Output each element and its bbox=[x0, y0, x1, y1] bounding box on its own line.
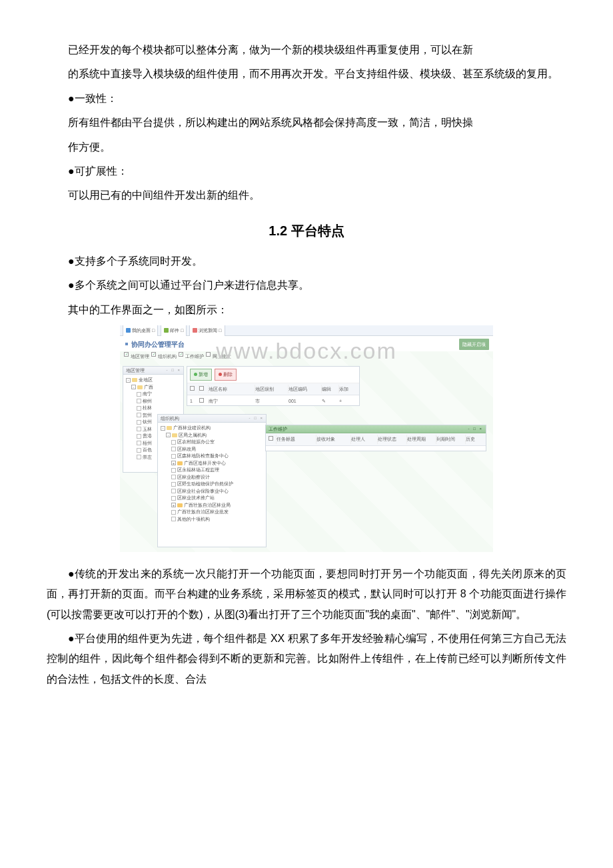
news-icon bbox=[193, 328, 197, 333]
paragraph: ●传统的开发出来的系统一次只能打开一个功能页面，要想同时打开另一个功能页面，得先… bbox=[47, 564, 566, 625]
row-checkbox[interactable] bbox=[199, 397, 209, 405]
tree-leaf[interactable]: 桂林 bbox=[126, 405, 181, 412]
table-row[interactable]: 1 南宁 市 001 ✎ + bbox=[187, 395, 359, 407]
tree-leaf[interactable]: 区林政局 bbox=[161, 446, 263, 453]
folder-icon bbox=[177, 461, 183, 465]
file-icon bbox=[137, 427, 141, 431]
mail-icon bbox=[164, 328, 169, 333]
file-icon bbox=[171, 468, 176, 473]
col-header: 到期时间 bbox=[436, 435, 466, 443]
tab-desktop[interactable]: 我的桌面 □ bbox=[123, 325, 158, 336]
checkbox[interactable]: ✓ bbox=[179, 352, 183, 357]
col-header: 处理周期 bbox=[407, 435, 436, 443]
gear-icon bbox=[124, 341, 129, 347]
col-header: 地区级别 bbox=[255, 385, 289, 393]
minus-icon bbox=[219, 373, 222, 376]
file-icon bbox=[137, 392, 141, 397]
file-icon bbox=[137, 455, 141, 459]
tree-branch[interactable]: -广西 bbox=[126, 384, 181, 391]
paragraph: 作方便。 bbox=[47, 137, 566, 157]
file-icon bbox=[137, 434, 141, 439]
checkbox[interactable]: ✓ bbox=[124, 352, 129, 357]
tree-leaf[interactable]: 南宁 bbox=[126, 391, 181, 398]
section-heading: 1.2 平台特点 bbox=[47, 218, 566, 243]
tree-leaf[interactable]: 广西壮族自治区林业批发 bbox=[161, 509, 263, 516]
file-icon bbox=[137, 420, 141, 425]
tree-leaf[interactable]: 区森林地防检查服务中心 bbox=[161, 453, 263, 460]
col-checkbox[interactable] bbox=[190, 385, 199, 393]
tree-leaf[interactable]: 区林业社会保险事业中心 bbox=[161, 488, 263, 495]
check-label: 地区管理 bbox=[131, 352, 149, 361]
file-icon bbox=[171, 482, 176, 487]
file-icon bbox=[171, 475, 176, 479]
bullet-share: ●多个系统之间可以通过平台门户来进行信息共享。 bbox=[47, 275, 566, 295]
desktop-icon bbox=[126, 328, 131, 333]
tree-leaf[interactable]: 区林业技术推广站 bbox=[161, 495, 263, 502]
panel-controls[interactable]: - □ × bbox=[468, 425, 483, 433]
file-icon bbox=[171, 489, 176, 493]
paragraph: 的系统中直接导入模块级的组件使用，而不用再次开发。平台支持组件级、模块级、甚至系… bbox=[47, 64, 566, 84]
collapse-icon[interactable]: - bbox=[126, 378, 131, 383]
panel-title-text: 工作维护 bbox=[269, 425, 287, 433]
file-icon bbox=[137, 399, 141, 403]
tree-leaf[interactable]: 区林业勘察设计 bbox=[161, 474, 263, 481]
collapse-icon[interactable]: - bbox=[161, 426, 165, 431]
panel-controls[interactable]: - □ × bbox=[249, 415, 264, 422]
collapse-icon[interactable]: - bbox=[131, 385, 136, 389]
hide-toggle-button[interactable]: 隐藏开启项 bbox=[459, 339, 489, 350]
collapse-icon[interactable]: - bbox=[166, 433, 171, 437]
col-checkbox[interactable] bbox=[199, 385, 209, 393]
check-label: 工作维护 bbox=[185, 352, 204, 361]
delete-button[interactable]: 删除 bbox=[215, 369, 237, 380]
module-check-row: ✓地区管理 ✓组织机构 ✓工作维护 网上批文 bbox=[120, 351, 493, 363]
tree-leaf[interactable]: 区永福林场工程监理 bbox=[161, 467, 263, 474]
file-icon bbox=[137, 406, 141, 411]
folder-icon bbox=[137, 385, 143, 389]
expand-icon[interactable]: + bbox=[171, 503, 176, 507]
tree-leaf[interactable]: 区农村能源办公室 bbox=[161, 439, 263, 446]
file-icon bbox=[171, 454, 176, 459]
new-button[interactable]: 新增 bbox=[190, 369, 212, 380]
tab-label: 邮件 □ bbox=[170, 326, 183, 335]
file-icon bbox=[137, 441, 141, 445]
tree-leaf[interactable]: 其他的十项机构 bbox=[161, 516, 263, 523]
add-link[interactable]: + bbox=[339, 397, 356, 405]
col-checkbox[interactable] bbox=[269, 435, 277, 443]
tab-label: 浏览新闻 □ bbox=[199, 326, 221, 335]
file-icon bbox=[171, 517, 176, 521]
tree-branch[interactable]: -区局之属机构 bbox=[161, 432, 263, 439]
col-header: 处理状态 bbox=[378, 435, 407, 443]
paragraph: 所有组件都由平台提供，所以构建出的网站系统风格都会保持高度一致，简洁，明快操 bbox=[47, 113, 566, 133]
tree-leaf[interactable]: +广西区造林开发中心 bbox=[161, 460, 263, 467]
file-icon bbox=[171, 440, 176, 445]
check-label: 网上批文 bbox=[213, 352, 231, 361]
edit-link[interactable]: ✎ bbox=[322, 397, 339, 405]
tab-news[interactable]: 浏览新闻 □ bbox=[189, 325, 225, 336]
tab-label: 我的桌面 □ bbox=[132, 326, 155, 335]
tree-leaf[interactable]: 柳州 bbox=[126, 398, 181, 405]
check-label: 组织机构 bbox=[158, 352, 177, 361]
tab-mail[interactable]: 邮件 □ bbox=[161, 325, 187, 336]
col-header: 编辑 bbox=[322, 385, 339, 393]
file-icon bbox=[137, 448, 141, 453]
file-icon bbox=[171, 496, 176, 501]
checkbox[interactable]: ✓ bbox=[151, 352, 156, 357]
org-panel: 组织机构 - □ × -广西林业建设机构 -区局之属机构 区农村能源办公室区林政… bbox=[157, 414, 267, 547]
folder-icon bbox=[132, 378, 137, 382]
paragraph: ●平台使用的组件更为先进，每个组件都是 XX 积累了多年开发经验精心编写，不使用… bbox=[47, 629, 566, 689]
bullet-multisystem: ●支持多个子系统同时开发。 bbox=[47, 251, 566, 271]
panel-controls[interactable]: - □ × bbox=[167, 367, 181, 374]
expand-icon[interactable]: + bbox=[171, 461, 176, 465]
tree-root[interactable]: -广西林业建设机构 bbox=[161, 425, 263, 432]
tree-leaf[interactable]: 区野生动植物保护自然保护 bbox=[161, 481, 263, 488]
paragraph: 已经开发的每个模块都可以整体分离，做为一个新的模块级组件再重复使用，可以在新 bbox=[47, 40, 566, 60]
panel-title-text: 组织机构 bbox=[161, 414, 179, 423]
checkbox[interactable] bbox=[206, 352, 211, 357]
file-icon bbox=[171, 447, 176, 451]
folder-icon bbox=[177, 503, 183, 507]
col-header: 历史 bbox=[466, 435, 482, 443]
file-icon bbox=[171, 510, 176, 515]
tree-root[interactable]: -全地区 bbox=[126, 377, 181, 384]
col-header: 处理人 bbox=[351, 435, 378, 443]
tree-leaf[interactable]: +广西壮族自治区林业局 bbox=[161, 502, 263, 509]
